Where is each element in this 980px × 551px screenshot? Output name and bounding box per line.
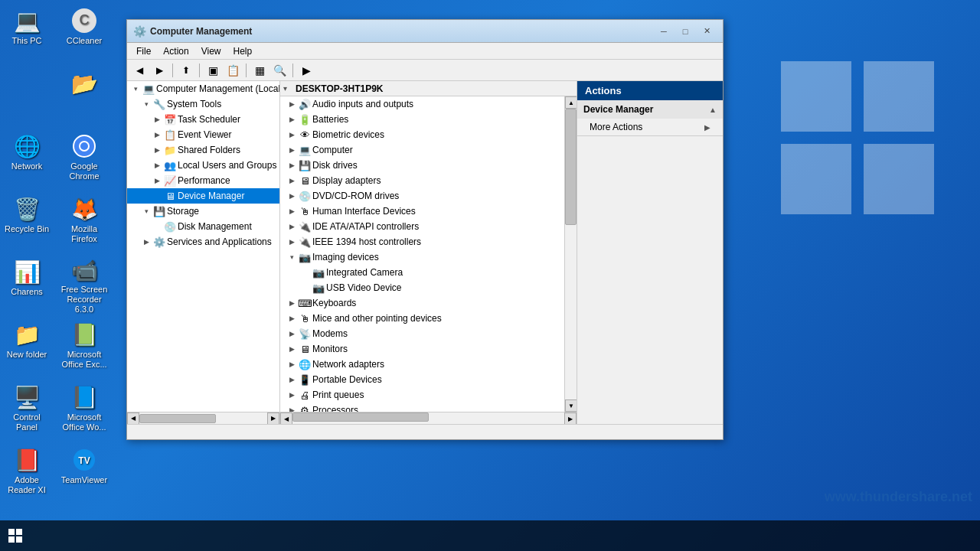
left-hscroll-right[interactable]: ▶ — [267, 412, 279, 425]
expand-services-apps[interactable]: ▶ — [141, 236, 152, 247]
desktop-icon-firefox[interactable]: 🦊 Mozilla Firefox — [57, 192, 111, 255]
middle-hscroll-right[interactable]: ▶ — [564, 412, 577, 424]
expand-monitors[interactable]: ▶ — [286, 344, 297, 354]
tree-item-keyboards[interactable]: ▶ ⌨ Keyboards — [280, 295, 564, 311]
tree-item-ieee1394[interactable]: ▶ 🔌 IEEE 1394 host controllers — [280, 234, 564, 249]
expand-portable-devices[interactable]: ▶ — [286, 374, 297, 385]
expand-event-viewer[interactable]: ▶ — [152, 129, 162, 140]
tree-item-ide[interactable]: ▶ 🔌 IDE ATA/ATAPI controllers — [280, 219, 564, 234]
left-hscroll-thumb[interactable] — [139, 414, 216, 423]
expand-mice[interactable]: ▶ — [286, 313, 297, 324]
expand-system-tools[interactable]: ▾ — [141, 99, 152, 109]
tree-item-display-adapters[interactable]: ▶ 🖥 Display adapters — [280, 173, 564, 188]
desktop-icon-free-screen-recorder[interactable]: 📹 Free Screen Recorder 6.3.0 — [57, 255, 111, 318]
tree-item-shared-folders[interactable]: ▶ 📁 Shared Folders — [127, 142, 279, 158]
tree-item-integrated-camera[interactable]: 📷 Integrated Camera — [280, 265, 564, 280]
tree-item-local-users[interactable]: ▶ 👥 Local Users and Groups — [127, 158, 279, 173]
tree-item-services-apps[interactable]: ▶ ⚙️ Services and Applications — [127, 234, 279, 249]
tree-item-biometric[interactable]: ▶ 👁 Biometric devices — [280, 127, 564, 142]
tree-item-computer-management[interactable]: ▾ 💻 Computer Management (Local — [127, 81, 279, 96]
left-hscroll-left[interactable]: ◀ — [127, 412, 139, 425]
maximize-button[interactable]: □ — [675, 24, 695, 39]
tree-item-print-queues[interactable]: ▶ 🖨 Print queues — [280, 387, 564, 403]
tree-item-batteries[interactable]: ▶ 🔋 Batteries — [280, 112, 564, 127]
tree-item-system-tools[interactable]: ▾ 🔧 System Tools — [127, 96, 279, 112]
desktop-icon-network[interactable]: 🌐 Network — [0, 129, 54, 192]
expand-shared-folders[interactable]: ▶ — [152, 145, 162, 155]
expand-ieee1394[interactable]: ▶ — [286, 236, 297, 247]
expand-dvd[interactable]: ▶ — [286, 191, 297, 201]
tree-item-device-manager[interactable]: 🖥 Device Manager — [127, 188, 279, 204]
desktop-icon-teamviewer[interactable]: TV TeamViewer — [57, 443, 111, 506]
middle-hscroll-left[interactable]: ◀ — [280, 412, 292, 424]
tree-item-hid[interactable]: ▶ 🖱 Human Interface Devices — [280, 204, 564, 219]
menu-view[interactable]: View — [195, 44, 227, 58]
expand-biometric[interactable]: ▶ — [286, 129, 297, 140]
expand-computer[interactable]: ▶ — [286, 145, 297, 155]
tree-item-disk-management[interactable]: 💿 Disk Management — [127, 219, 279, 234]
tree-item-mice[interactable]: ▶ 🖱 Mice and other pointing devices — [280, 311, 564, 326]
expand-ide[interactable]: ▶ — [286, 221, 297, 232]
menu-action[interactable]: Action — [157, 44, 194, 58]
toolbar-btn5[interactable]: 🔍 — [270, 62, 289, 79]
desktop-icon-new-folder[interactable]: 📁 New folder — [0, 318, 54, 380]
expand-imaging[interactable]: ▾ — [286, 252, 297, 262]
tree-item-portable-devices[interactable]: ▶ 📱 Portable Devices — [280, 372, 564, 387]
expand-computer-management[interactable]: ▾ — [130, 83, 141, 94]
expand-keyboards[interactable]: ▶ — [286, 298, 297, 308]
expand-network-adapters[interactable]: ▶ — [286, 359, 297, 370]
tree-item-event-viewer[interactable]: ▶ 📋 Event Viewer — [127, 127, 279, 142]
minimize-button[interactable]: ─ — [654, 24, 674, 39]
expand-task-scheduler[interactable]: ▶ — [152, 114, 162, 125]
tree-item-storage[interactable]: ▾ 💾 Storage — [127, 204, 279, 219]
menu-help[interactable]: Help — [227, 44, 259, 58]
start-button[interactable] — [0, 520, 31, 551]
expand-display-adapters[interactable]: ▶ — [286, 175, 297, 186]
expand-local-users[interactable]: ▶ — [152, 160, 162, 171]
expand-storage[interactable]: ▾ — [141, 206, 152, 217]
expand-audio[interactable]: ▶ — [286, 99, 297, 109]
expand-modems[interactable]: ▶ — [286, 328, 297, 339]
tree-item-imaging[interactable]: ▾ 📷 Imaging devices — [280, 249, 564, 265]
desktop-icon-unknown[interactable]: 📂 — [57, 67, 111, 129]
tree-item-computer[interactable]: ▶ 💻 Computer — [280, 142, 564, 158]
middle-vscroll-up[interactable]: ▲ — [565, 96, 577, 109]
expand-hid[interactable]: ▶ — [286, 206, 297, 217]
expand-batteries[interactable]: ▶ — [286, 114, 297, 125]
tree-item-network-adapters[interactable]: ▶ 🌐 Network adapters — [280, 357, 564, 372]
tree-item-processors[interactable]: ▶ ⚙ Processors — [280, 403, 564, 412]
middle-vscroll-down[interactable]: ▼ — [565, 399, 577, 412]
expand-disk-management[interactable] — [152, 221, 162, 232]
expand-performance[interactable]: ▶ — [152, 175, 162, 186]
tree-item-performance[interactable]: ▶ 📈 Performance — [127, 173, 279, 188]
tree-item-disk-drives[interactable]: ▶ 💾 Disk drives — [280, 158, 564, 173]
desktop-icon-ms-excel[interactable]: 📗 Microsoft Office Exc... — [57, 318, 111, 380]
toolbar-up[interactable]: ⬆ — [177, 62, 195, 79]
desktop-icon-this-pc[interactable]: 💻 This PC — [0, 4, 54, 67]
actions-more-actions[interactable]: More Actions ▶ — [577, 119, 723, 135]
close-button[interactable]: ✕ — [697, 24, 717, 39]
tree-item-task-scheduler[interactable]: ▶ 📅 Task Scheduler — [127, 112, 279, 127]
toolbar-back[interactable]: ◀ — [130, 62, 149, 79]
desktop-icon-charens[interactable]: 📊 Charens — [0, 255, 54, 318]
toolbar-show-hide[interactable]: ▣ — [204, 62, 222, 79]
tree-item-audio[interactable]: ▶ 🔊 Audio inputs and outputs — [280, 96, 564, 112]
tree-item-monitors[interactable]: ▶ 🖥 Monitors — [280, 341, 564, 357]
expand-print-queues[interactable]: ▶ — [286, 390, 297, 400]
toolbar-help[interactable]: ▶ — [297, 62, 315, 79]
desktop-icon-control-panel[interactable]: 🖥️ Control Panel — [0, 380, 54, 443]
actions-section-header-device-manager[interactable]: Device Manager ▲ — [577, 100, 723, 119]
expand-device-manager[interactable] — [152, 191, 162, 201]
toolbar-btn4[interactable]: ▦ — [250, 62, 269, 79]
tree-item-modems[interactable]: ▶ 📡 Modems — [280, 326, 564, 341]
expand-disk-drives[interactable]: ▶ — [286, 160, 297, 171]
desktop-icon-adobe-reader[interactable]: 📕 Adobe Reader XI — [0, 443, 54, 506]
desktop-icon-ccleaner[interactable]: C CCleaner — [57, 4, 111, 67]
tree-item-usb-video[interactable]: 📷 USB Video Device — [280, 280, 564, 295]
tree-item-dvd[interactable]: ▶ 💿 DVD/CD-ROM drives — [280, 188, 564, 204]
toolbar-forward[interactable]: ▶ — [150, 62, 168, 79]
desktop-icon-chrome[interactable]: Google Chrome — [57, 129, 111, 192]
toolbar-properties[interactable]: 📋 — [224, 62, 242, 79]
expand-processors[interactable]: ▶ — [286, 405, 297, 412]
middle-vscroll-thumb[interactable] — [565, 109, 577, 225]
